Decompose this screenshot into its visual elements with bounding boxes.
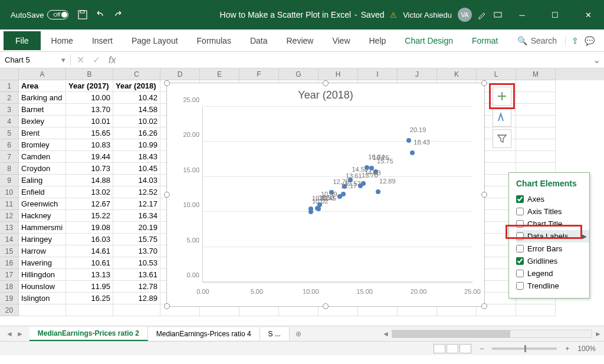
cell[interactable]: Hammersmi — [19, 222, 66, 234]
cell[interactable]: 16.34 — [113, 210, 160, 222]
ribbon-tab-file[interactable]: File — [4, 31, 41, 50]
row-header[interactable]: 18 — [0, 281, 19, 293]
column-header[interactable]: I — [358, 68, 398, 80]
cell[interactable]: Haringey — [19, 234, 66, 245]
data-label[interactable]: 12.89 — [379, 178, 396, 185]
ribbon-tab-format[interactable]: Format — [464, 32, 506, 49]
cell[interactable]: Croydon — [19, 163, 66, 175]
row-header[interactable]: 8 — [0, 163, 19, 175]
cell[interactable]: Havering — [19, 257, 66, 269]
cell[interactable]: 10.01 — [66, 116, 113, 127]
chart-element-option[interactable]: Legend — [516, 267, 589, 280]
chart-filter-button[interactable] — [493, 129, 511, 148]
zoom-out-icon[interactable]: − — [480, 345, 484, 353]
cell[interactable] — [516, 104, 556, 116]
cell[interactable]: 12.52 — [113, 186, 160, 198]
cell[interactable]: 10.83 — [66, 139, 113, 151]
comments-icon[interactable]: 💬 — [585, 36, 595, 45]
data-label[interactable]: 15.75 — [377, 158, 393, 165]
data-label[interactable]: 10.02 — [312, 198, 329, 205]
cell[interactable]: 20.19 — [113, 222, 160, 234]
chart-element-option[interactable]: Error Bars — [516, 242, 589, 255]
data-point[interactable] — [406, 138, 411, 143]
cell[interactable]: 10.99 — [113, 139, 160, 151]
embedded-chart[interactable]: Year (2018) 0.005.0010.0015.0020.0025.00… — [166, 83, 485, 307]
row-header[interactable]: 16 — [0, 257, 19, 269]
cell[interactable]: 13.02 — [66, 186, 113, 198]
data-label[interactable]: 12.17 — [341, 182, 357, 189]
row-header[interactable]: 1 — [0, 80, 19, 92]
checkbox[interactable] — [516, 282, 524, 290]
column-header[interactable]: G — [279, 68, 319, 80]
avatar[interactable]: VA — [458, 8, 472, 22]
cell[interactable]: 14.88 — [66, 175, 113, 186]
data-point[interactable] — [308, 209, 313, 214]
row-header[interactable]: 14 — [0, 234, 19, 245]
ribbon-tab-home[interactable]: Home — [43, 32, 81, 49]
cell[interactable]: Brent — [19, 127, 66, 139]
row-header[interactable]: 19 — [0, 293, 19, 304]
cell[interactable] — [516, 127, 556, 139]
cell[interactable] — [66, 304, 113, 316]
cell[interactable]: 19.08 — [66, 222, 113, 234]
data-point[interactable] — [410, 150, 415, 155]
ribbon-tab-pagelayout[interactable]: Page Layout — [123, 32, 186, 49]
cell[interactable]: Year (2017) — [66, 80, 113, 92]
chart-element-option[interactable]: Trendline — [516, 280, 589, 292]
cell[interactable]: 10.61 — [66, 257, 113, 269]
sheet-next-icon[interactable]: ► — [17, 330, 24, 338]
draw-icon[interactable] — [478, 10, 487, 19]
data-point[interactable] — [337, 194, 342, 199]
cell[interactable]: 13.70 — [113, 245, 160, 257]
chart-title[interactable]: Year (2018) — [167, 89, 484, 101]
cell[interactable] — [113, 304, 160, 316]
cell[interactable]: Camden — [19, 151, 66, 163]
column-header[interactable]: A — [19, 68, 66, 80]
cell[interactable]: 10.53 — [113, 257, 160, 269]
cell[interactable]: 16.25 — [66, 293, 113, 304]
chart-element-option[interactable]: Axis Titles — [516, 205, 589, 218]
row-header[interactable]: 2 — [0, 92, 19, 104]
cell[interactable]: 16.03 — [66, 234, 113, 245]
autosave-toggle[interactable] — [47, 10, 68, 19]
row-header[interactable]: 11 — [0, 198, 19, 210]
maximize-button[interactable]: ☐ — [541, 6, 569, 24]
cell[interactable] — [516, 92, 556, 104]
chart-styles-button[interactable] — [493, 108, 511, 127]
row-header[interactable]: 4 — [0, 116, 19, 127]
data-label[interactable]: 13.70 — [362, 172, 378, 179]
cell[interactable]: 15.75 — [113, 234, 160, 245]
cell[interactable]: Greenwich — [19, 198, 66, 210]
sheet-tab[interactable]: MedianEarnings-Prices ratio 4 — [148, 327, 260, 340]
cell[interactable]: 14.61 — [66, 245, 113, 257]
cell[interactable]: 10.45 — [113, 163, 160, 175]
cell[interactable]: Islington — [19, 293, 66, 304]
share-icon[interactable]: ⇪ — [572, 36, 579, 45]
cell[interactable]: Bexley — [19, 116, 66, 127]
cell[interactable]: 10.73 — [66, 163, 113, 175]
ribbon-tab-data[interactable]: Data — [242, 32, 276, 49]
ribbon-tab-chartdesign[interactable]: Chart Design — [396, 32, 461, 49]
cell[interactable]: Ealing — [19, 175, 66, 186]
ribbon-mode-icon[interactable] — [493, 10, 503, 19]
save-icon[interactable] — [78, 10, 87, 19]
ribbon-tab-insert[interactable]: Insert — [84, 32, 121, 49]
view-buttons[interactable] — [434, 344, 471, 353]
data-label[interactable]: 20.19 — [410, 126, 426, 133]
cell[interactable]: 14.03 — [113, 175, 160, 186]
cell[interactable]: 11.95 — [66, 281, 113, 293]
formula-input[interactable] — [122, 54, 589, 65]
row-header[interactable]: 20 — [0, 304, 19, 316]
minimize-button[interactable]: ─ — [508, 6, 536, 24]
cell[interactable]: 13.13 — [66, 269, 113, 281]
ribbon-tab-view[interactable]: View — [324, 32, 358, 49]
zoom-level[interactable]: 100% — [577, 345, 596, 353]
cell[interactable] — [19, 304, 66, 316]
cell[interactable] — [516, 139, 556, 151]
plot-area[interactable]: 0.005.0010.0015.0020.0025.000.005.0010.0… — [202, 107, 472, 283]
select-all-corner[interactable] — [0, 68, 19, 80]
row-header[interactable]: 3 — [0, 104, 19, 116]
data-point[interactable] — [376, 189, 380, 194]
column-header[interactable]: L — [477, 68, 516, 80]
cell[interactable]: 13.70 — [66, 104, 113, 116]
